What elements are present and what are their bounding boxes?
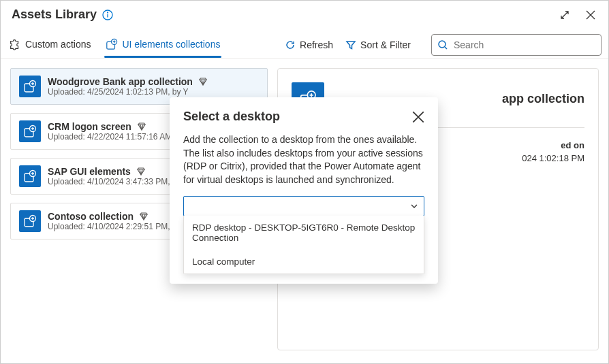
refresh-icon bbox=[285, 39, 296, 50]
detail-title: app collection bbox=[502, 92, 584, 106]
modal-description: Add the collection to a desktop from the… bbox=[183, 133, 424, 186]
modal-title: Select a desktop bbox=[183, 110, 280, 124]
toolbar-actions: Refresh Sort & Filter bbox=[285, 34, 602, 56]
dropdown-list: RDP desktop - DESKTOP-5IGT6R0 - Remote D… bbox=[183, 216, 424, 274]
select-desktop-modal: Select a desktop Add the collection to a… bbox=[170, 97, 438, 284]
header-right bbox=[558, 8, 597, 22]
refresh-button[interactable]: Refresh bbox=[285, 39, 333, 50]
window-header: Assets Library bbox=[1, 1, 608, 29]
premium-icon bbox=[137, 122, 146, 131]
dropdown-option[interactable]: Local computer bbox=[184, 250, 424, 274]
tab-ui-elements[interactable]: UI elements collections bbox=[104, 33, 221, 57]
chevron-down-icon bbox=[410, 202, 418, 210]
dropdown-option[interactable]: RDP desktop - DESKTOP-5IGT6R0 - Remote D… bbox=[184, 216, 424, 250]
collection-meta: Uploaded: 4/25/2024 1:02:13 PM, by Y bbox=[48, 87, 259, 97]
search-icon bbox=[437, 39, 448, 50]
tab-label: Custom actions bbox=[25, 39, 91, 50]
sort-filter-label: Sort & Filter bbox=[360, 39, 411, 50]
modified-value: 024 1:02:18 PM bbox=[522, 153, 584, 163]
premium-icon bbox=[139, 212, 149, 221]
filter-icon bbox=[345, 39, 356, 50]
tab-label: UI elements collections bbox=[122, 39, 220, 50]
modal-header: Select a desktop bbox=[183, 110, 424, 124]
page-title: Assets Library bbox=[12, 7, 97, 22]
toolbar: Custom actions UI elements collections R… bbox=[1, 29, 608, 59]
tab-custom-actions[interactable]: Custom actions bbox=[7, 33, 92, 57]
info-icon[interactable] bbox=[102, 10, 113, 20]
collection-icon bbox=[19, 165, 41, 187]
search-input[interactable] bbox=[454, 39, 595, 50]
ui-elements-icon bbox=[106, 38, 118, 50]
search-box[interactable] bbox=[431, 34, 602, 56]
collection-icon bbox=[19, 76, 41, 97]
premium-icon bbox=[136, 167, 146, 176]
sort-filter-button[interactable]: Sort & Filter bbox=[345, 39, 411, 50]
close-button[interactable] bbox=[584, 8, 597, 22]
collection-name: Woodgrove Bank app collection bbox=[48, 76, 193, 87]
premium-icon bbox=[198, 77, 208, 86]
tabs: Custom actions UI elements collections bbox=[7, 33, 221, 57]
collection-icon bbox=[19, 120, 41, 142]
svg-point-2 bbox=[108, 12, 108, 13]
collection-name: Contoso collection bbox=[48, 211, 134, 222]
refresh-label: Refresh bbox=[300, 39, 333, 50]
collection-icon bbox=[19, 210, 41, 232]
svg-point-5 bbox=[439, 41, 446, 48]
desktop-select[interactable] bbox=[183, 196, 424, 216]
puzzle-icon bbox=[9, 38, 21, 50]
modified-label: ed on bbox=[522, 140, 584, 150]
close-icon[interactable] bbox=[412, 111, 424, 123]
collection-name: SAP GUI elements bbox=[48, 166, 131, 177]
expand-button[interactable] bbox=[558, 8, 572, 22]
header-left: Assets Library bbox=[12, 7, 113, 22]
collection-name: CRM logon screen bbox=[48, 121, 131, 132]
